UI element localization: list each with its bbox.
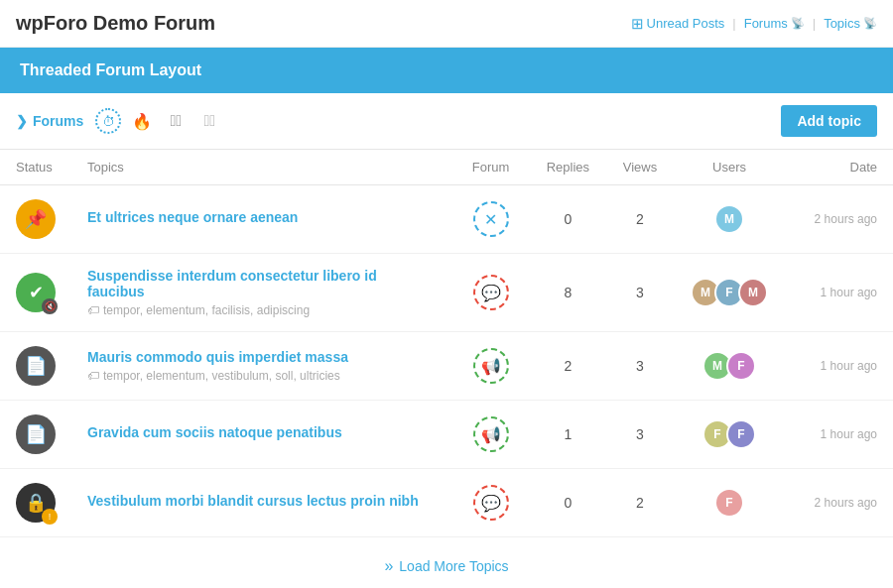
status-cell: 📄 [0,401,71,469]
load-more-button[interactable]: » Load More Topics [384,557,508,575]
topic-cell: Suspendisse interdum consectetur libero … [71,254,451,332]
table-row: 📄Mauris commodo quis imperdiet massa🏷tem… [0,332,893,401]
avatar-group: MFM [691,278,768,307]
date-cell: 2 hours ago [784,185,893,254]
header-status: Status [0,150,71,185]
table-row: 🔒!Vestibulum morbi blandit cursus lectus… [0,469,893,537]
users-cell: FF [675,401,784,469]
users-cell: F [675,469,784,537]
forums-link[interactable]: Forums 📡 [744,16,805,31]
topic-cell: Vestibulum morbi blandit cursus lectus p… [71,469,451,537]
hot-filter-icon[interactable]: 🔥 [129,108,155,134]
avatar-group: FF [691,419,768,449]
double-chevron-icon: » [384,557,393,575]
table-row: ✔🔇Suspendisse interdum consectetur liber… [0,254,893,332]
topic-title-link[interactable]: Mauris commodo quis imperdiet massa [87,349,436,365]
forum-cell: 💬 [451,254,531,332]
status-icon: 📄 [16,414,56,454]
nav-separator-2: | [813,16,816,31]
status-overlay-icon: 🔇 [42,298,58,314]
avatar: M [738,278,768,307]
site-title: wpForo Demo Forum [16,12,215,35]
topic-cell: Mauris commodo quis imperdiet massa🏷temp… [71,332,451,401]
tag-icon: 🏷 [87,369,99,383]
topic-tags: 🏷tempor, elementum, facilisis, adipiscin… [87,303,436,317]
topics-rss-icon: 📡 [863,17,877,30]
forum-icon[interactable]: 💬 [473,275,509,310]
forum-banner: Threaded Forum Layout [0,48,893,93]
status-cell: 📄 [0,332,71,401]
status-icon: 📌 [16,199,56,239]
avatar: F [726,419,756,449]
forum-table: Status Topics Forum Replies Views Users … [0,150,893,537]
toolbar: ❯ Forums ⏱ 🔥 ✓⃝ ✕⃝ [0,93,893,150]
status-cell: 📌 [0,185,71,254]
clock-filter-icon[interactable]: ⏱ [95,108,121,134]
forum-cell: 💬 [451,469,531,537]
status-cell: 🔒! [0,469,71,537]
forum-cell: 📢 [451,401,531,469]
date-cell: 1 hour ago [784,332,893,401]
status-overlay-icon: ! [42,509,58,525]
replies-cell: 8 [531,254,605,332]
topic-title-link[interactable]: Vestibulum morbi blandit cursus lectus p… [87,493,436,509]
views-cell: 2 [605,185,675,254]
date-cell: 1 hour ago [784,254,893,332]
views-cell: 3 [605,332,675,401]
topic-title-link[interactable]: Gravida cum sociis natoque penatibus [87,424,436,440]
views-cell: 3 [605,254,675,332]
users-cell: MFM [675,254,784,332]
chevron-down-icon: ❯ [16,113,28,129]
layers-icon: ⊞ [631,15,644,33]
tag-text: tempor, elementum, vestibulum, soll, ult… [103,369,340,383]
topic-title-link[interactable]: Et ultrices neque ornare aenean [87,209,436,225]
users-cell: MF [675,332,784,401]
header-users: Users [675,150,784,185]
header-topics: Topics [71,150,451,185]
avatar-group: M [691,204,768,234]
forum-icon[interactable]: 💬 [473,485,509,521]
status-cell: ✔🔇 [0,254,71,332]
page-wrapper: wpForo Demo Forum ⊞ Unread Posts | Forum… [0,0,893,588]
avatar: F [714,488,744,518]
topics-link[interactable]: Topics 📡 [824,16,877,31]
forum-icon[interactable]: 📢 [473,416,509,452]
forums-toggle[interactable]: ❯ Forums [16,113,83,129]
header-nav: ⊞ Unread Posts | Forums 📡 | Topics 📡 [631,15,877,33]
forum-icon[interactable]: ✕ [473,201,509,237]
replies-cell: 0 [531,185,605,254]
tag-text: tempor, elementum, facilisis, adipiscing [103,303,310,317]
views-cell: 3 [605,401,675,469]
date-cell: 1 hour ago [784,401,893,469]
avatar: F [726,351,756,381]
replies-cell: 0 [531,469,605,537]
header-replies: Replies [531,150,605,185]
table-header: Status Topics Forum Replies Views Users … [0,150,893,185]
forum-icon[interactable]: 📢 [473,348,509,384]
toolbar-left: ❯ Forums ⏱ 🔥 ✓⃝ ✕⃝ [16,108,222,134]
forum-cell: ✕ [451,185,531,254]
solved-filter-icon[interactable]: ✓⃝ [163,108,189,134]
topic-cell: Gravida cum sociis natoque penatibus [71,401,451,469]
table-row: 📌Et ultrices neque ornare aenean✕02M2 ho… [0,185,893,254]
header-views: Views [605,150,675,185]
unread-posts-link[interactable]: ⊞ Unread Posts [631,15,725,33]
replies-cell: 1 [531,401,605,469]
avatar: M [714,204,744,234]
toolbar-icons: ⏱ 🔥 ✓⃝ ✕⃝ [95,108,222,134]
forums-toggle-label: Forums [33,113,83,129]
closed-filter-icon[interactable]: ✕⃝ [196,108,222,134]
replies-cell: 2 [531,332,605,401]
nav-separator-1: | [732,16,735,31]
header-date: Date [784,150,893,185]
avatar-group: F [691,488,768,518]
tag-icon: 🏷 [87,303,99,317]
topic-title-link[interactable]: Suspendisse interdum consectetur libero … [87,268,436,299]
avatar-group: MF [691,351,768,381]
topic-cell: Et ultrices neque ornare aenean [71,185,451,254]
header-forum: Forum [451,150,531,185]
status-icon: 📄 [16,346,56,386]
topic-tags: 🏷tempor, elementum, vestibulum, soll, ul… [87,369,436,383]
add-topic-button[interactable]: Add topic [781,105,877,137]
load-more-row: » Load More Topics [0,537,893,588]
